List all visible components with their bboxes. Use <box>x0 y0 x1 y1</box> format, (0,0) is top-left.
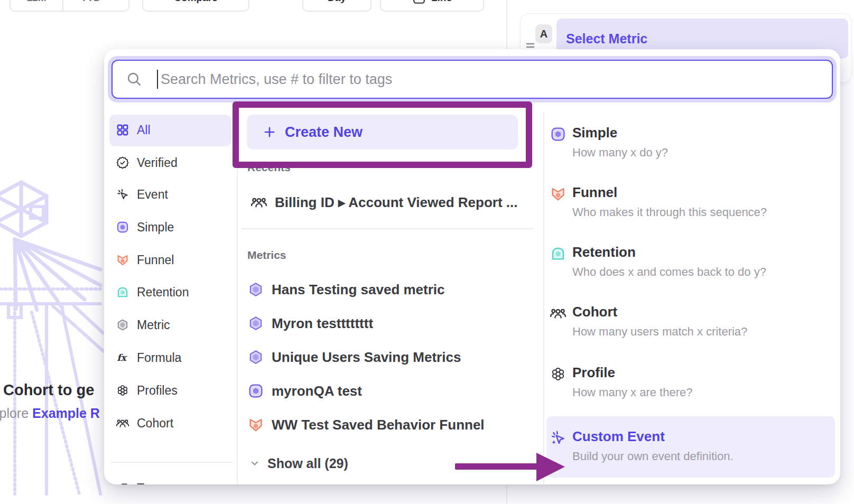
funnel-metric-icon <box>550 185 567 202</box>
sidebar-item-tags[interactable]: Tags <box>104 477 236 484</box>
simple-metric-icon <box>116 220 129 234</box>
sidebar-item-verified[interactable]: Verified <box>104 151 236 174</box>
search-input[interactable]: Search Metrics, use # to filter to tags <box>112 60 833 99</box>
explore-line: xplore Example R <box>0 406 105 421</box>
custom-event-highlight <box>546 416 835 478</box>
simple-metric-icon <box>247 382 264 399</box>
saved-metric-icon <box>247 315 264 332</box>
formula-fx-icon: fx <box>116 351 129 365</box>
range-12m-button[interactable]: 12M <box>11 0 62 4</box>
background-wireframe-illustration <box>0 177 104 504</box>
annotation-rectangle <box>233 101 532 168</box>
annotation-arrow <box>452 449 571 486</box>
event-cursor-icon <box>116 188 129 201</box>
compare-button[interactable]: Compare <box>142 0 249 12</box>
chevron-down-icon <box>104 0 112 2</box>
custom-event-icon <box>550 430 567 446</box>
sidebar-item-cohort[interactable]: Cohort <box>104 412 236 435</box>
retention-metric-icon <box>550 245 567 262</box>
recent-item[interactable]: Billing ID ▸ Account Viewed Report ... <box>250 191 536 214</box>
cohort-people-icon <box>550 305 567 322</box>
sidebar-item-funnel[interactable]: Funnel <box>104 248 236 272</box>
saved-metric-icon <box>116 318 129 332</box>
search-icon <box>125 70 143 88</box>
sidebar-item-retention[interactable]: Retention <box>104 281 236 304</box>
example-reports-link[interactable]: Example R <box>32 406 100 421</box>
metrics-header: Metrics <box>247 249 286 262</box>
types-divider <box>543 112 544 484</box>
metric-list-item[interactable]: Hans Testing saved metric <box>247 278 533 301</box>
saved-metric-icon <box>247 349 264 366</box>
cohort-people-icon <box>250 194 267 211</box>
granularity-day-button[interactable]: Day <box>302 0 372 12</box>
sidebar-item-event[interactable]: Event <box>104 183 236 206</box>
sidebar-bottom-divider <box>110 462 233 463</box>
sidebar-item-all[interactable]: All <box>104 118 236 142</box>
metric-list-item[interactable]: Unique Users Saving Metrics <box>247 346 533 369</box>
saved-metric-icon <box>247 281 264 298</box>
sidebar-item-profiles[interactable]: Profiles <box>104 379 236 402</box>
range-ytd-button[interactable]: YTD <box>63 0 128 4</box>
grid-icon <box>116 123 129 137</box>
empty-state-headline-fragment: Cohort to ge <box>3 381 105 399</box>
verified-badge-icon <box>116 156 129 170</box>
chart-type-line-button[interactable]: Line <box>380 0 484 12</box>
metric-list-item[interactable]: WW Test Saved Behavior Funnel <box>247 413 533 436</box>
recents-metrics-divider <box>242 228 534 229</box>
simple-metric-icon <box>550 126 567 143</box>
svg-text:fx: fx <box>117 352 127 363</box>
metric-list-item[interactable]: myronQA test <box>247 379 533 403</box>
metric-list-item[interactable]: Myron testttttttt <box>247 312 533 335</box>
sidebar-item-metric[interactable]: Metric <box>104 313 236 337</box>
date-range-segmented[interactable]: 12M YTD <box>10 0 129 12</box>
text-cursor <box>157 70 158 89</box>
profiles-flower-icon <box>550 366 567 382</box>
search-focus-ring: Search Metrics, use # to filter to tags <box>108 56 837 102</box>
line-chart-icon <box>412 0 426 5</box>
sidebar-item-simple[interactable]: Simple <box>104 216 236 239</box>
search-placeholder: Search Metrics, use # to filter to tags <box>161 71 392 88</box>
tag-icon <box>116 481 129 484</box>
chevron-down-icon <box>249 458 260 469</box>
screen: 12M YTD Compare Day Line <box>0 0 854 504</box>
cohort-people-icon <box>116 416 129 430</box>
series-a-badge: A <box>535 24 552 43</box>
profiles-flower-icon <box>116 384 129 397</box>
retention-metric-icon <box>116 285 129 299</box>
funnel-metric-icon <box>116 253 129 267</box>
sidebar-item-formula[interactable]: fx Formula <box>104 346 236 369</box>
funnel-metric-icon <box>247 416 264 433</box>
show-all-toggle[interactable]: Show all (29) <box>247 452 459 475</box>
